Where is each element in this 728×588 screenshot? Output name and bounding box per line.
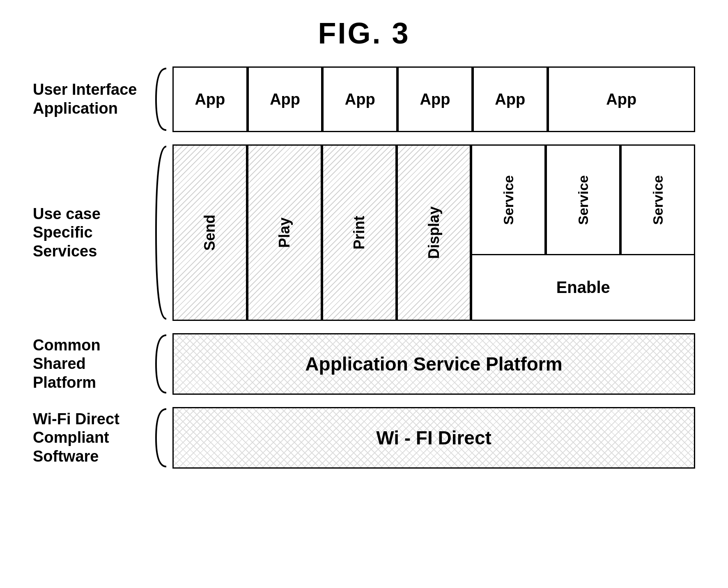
send-box: Send [172, 144, 247, 321]
app-box-5: App [473, 66, 548, 132]
platform-label: Common Shared Platform [33, 336, 148, 392]
service-box-1: Service [471, 144, 546, 255]
service-3-label: Service [650, 175, 666, 225]
platform-name: Application Service Platform [305, 353, 562, 375]
app-box-4: App [397, 66, 473, 132]
service-box-3: Service [620, 144, 695, 255]
use-case-label: Use case Specific Services [33, 205, 148, 261]
ui-app-content: App App App App App App [172, 66, 695, 132]
page: FIG. 3 User Interface Application App Ap… [0, 0, 728, 588]
platform-row: Common Shared Platform Application Servi… [33, 333, 695, 395]
fig-title: FIG. 3 [318, 16, 410, 50]
use-case-brace [148, 144, 172, 321]
wifi-name: Wi - FI Direct [376, 427, 491, 449]
wifi-brace [148, 407, 172, 469]
service-right-group: Service Service Service Enable [471, 144, 695, 321]
platform-brace [148, 333, 172, 395]
app-box-3: App [322, 66, 397, 132]
use-case-row: Use case Specific Services Send Pl [33, 144, 695, 321]
service-2-label: Service [575, 175, 591, 225]
wifi-content: Wi - FI Direct [172, 407, 695, 469]
wifi-label-text: Wi-Fi Direct Compliant Software [33, 410, 148, 466]
ui-app-brace [148, 66, 172, 132]
hatched-service-group: Send Play Print Display [172, 144, 471, 321]
display-box: Display [397, 144, 471, 321]
ui-app-label: User Interface Application [33, 80, 148, 118]
service-box-2: Service [546, 144, 620, 255]
diagram: User Interface Application App App App A… [25, 66, 703, 572]
use-case-content: Send Play Print Display [172, 144, 695, 321]
play-label: Play [276, 217, 293, 248]
app-box-1: App [172, 66, 248, 132]
app-box-6: App [548, 66, 695, 132]
wifi-row: Wi-Fi Direct Compliant Software Wi - FI … [33, 407, 695, 469]
enable-box: Enable [471, 255, 695, 321]
send-label: Send [201, 215, 218, 251]
display-label: Display [425, 206, 443, 259]
print-label: Print [351, 216, 368, 249]
print-box: Print [322, 144, 397, 321]
service-1-label: Service [501, 175, 517, 225]
play-box: Play [247, 144, 322, 321]
service-top-row: Service Service Service [471, 144, 695, 255]
platform-content: Application Service Platform [172, 333, 695, 395]
enable-label: Enable [556, 278, 610, 297]
app-box-2: App [248, 66, 323, 132]
ui-app-row: User Interface Application App App App A… [33, 66, 695, 132]
